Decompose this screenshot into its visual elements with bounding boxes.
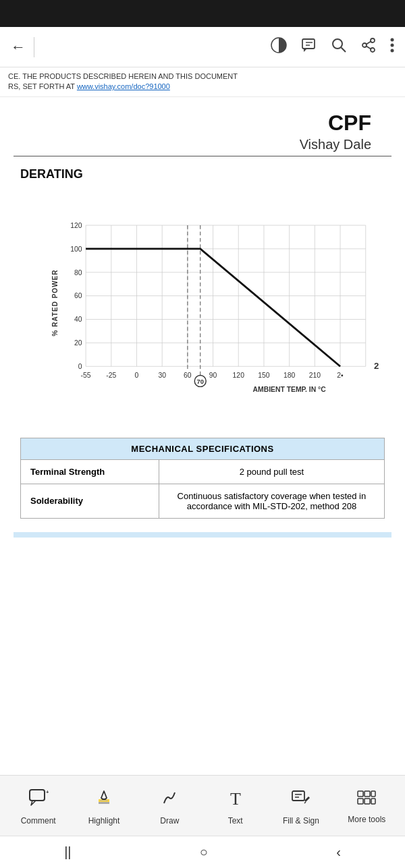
svg-rect-47 xyxy=(364,791,370,797)
svg-rect-51 xyxy=(371,799,375,804)
search-nav-icon[interactable] xyxy=(331,37,347,57)
x-tick-90: 90 xyxy=(209,372,217,379)
document-content: CPF Vishay Dale DERATING % RATED POWER xyxy=(0,97,405,538)
svg-line-45 xyxy=(304,802,306,803)
x-tick-minus25: -25 xyxy=(106,372,116,379)
svg-line-7 xyxy=(342,48,346,53)
y-tick-100: 100 xyxy=(70,245,82,252)
svg-rect-35 xyxy=(30,790,45,801)
svg-line-12 xyxy=(367,47,371,49)
fill-sign-tool[interactable]: Fill & Sign xyxy=(268,788,333,826)
value-terminal-strength: 2 pound pull test xyxy=(159,459,384,484)
text-tool[interactable]: T Text xyxy=(202,788,268,826)
highlight-tool[interactable]: Highlight xyxy=(71,788,136,826)
text-icon: T xyxy=(226,788,245,812)
back-button[interactable]: ← xyxy=(11,38,26,56)
draw-tool[interactable]: Draw xyxy=(137,788,202,826)
y-axis-label: % RATED POWER xyxy=(51,269,59,336)
more-nav-icon[interactable] xyxy=(390,37,394,57)
svg-marker-36 xyxy=(31,801,36,805)
url-text2: RS, SET FORTH AT xyxy=(8,82,77,90)
x-tick-210: 210 xyxy=(309,372,321,379)
x-tick-120: 120 xyxy=(233,372,245,379)
table-row: Solderability Continuous satisfactory co… xyxy=(21,484,385,518)
text-label: Text xyxy=(228,816,243,826)
comment-tool[interactable]: + Comment xyxy=(5,788,71,826)
x-tick-60: 60 xyxy=(184,372,192,379)
svg-marker-5 xyxy=(304,49,307,52)
svg-rect-39 xyxy=(99,802,109,804)
svg-rect-48 xyxy=(371,791,375,797)
comment-nav-icon[interactable] xyxy=(301,37,317,57)
svg-rect-49 xyxy=(358,799,363,804)
nav-divider xyxy=(34,37,34,57)
nav-bar: ← xyxy=(0,27,405,67)
table-row: Terminal Strength 2 pound pull test xyxy=(21,459,385,484)
x-axis-label: AMBIENT TEMP. IN °C xyxy=(253,386,327,393)
y-tick-120: 120 xyxy=(70,222,82,229)
chart-svg: 0 20 40 60 80 100 120 -55 -25 0 30 60 90… xyxy=(54,188,385,417)
system-nav-bar: || ○ ‹ xyxy=(0,836,405,868)
x-tick-30: 30 xyxy=(158,372,166,379)
svg-text:+: + xyxy=(46,789,49,795)
svg-point-9 xyxy=(362,43,367,47)
y-tick-0: 0 xyxy=(78,363,82,370)
annotation-2: 2 xyxy=(374,361,379,371)
recent-apps-button[interactable]: || xyxy=(51,839,84,865)
doc-title: CPF xyxy=(27,111,371,136)
bottom-toolbar: + Comment Highlight Draw T xyxy=(0,775,405,836)
svg-point-15 xyxy=(391,49,394,53)
nav-icons xyxy=(270,36,394,57)
url-link[interactable]: www.vishay.com/doc?91000 xyxy=(77,82,170,90)
reading-mode-icon[interactable] xyxy=(270,36,288,57)
draw-label: Draw xyxy=(160,816,179,826)
y-tick-20: 20 xyxy=(74,339,82,347)
derating-title: DERATING xyxy=(20,167,385,181)
value-solderability: Continuous satisfactory coverage when te… xyxy=(159,484,384,518)
svg-rect-46 xyxy=(358,791,363,797)
svg-point-14 xyxy=(391,44,394,47)
back-nav-button[interactable]: ‹ xyxy=(323,839,354,865)
x-tick-0: 0 xyxy=(135,372,139,379)
more-tools-icon xyxy=(356,790,377,811)
svg-rect-42 xyxy=(292,791,304,801)
fill-sign-label: Fill & Sign xyxy=(283,816,319,826)
home-button[interactable]: ○ xyxy=(186,839,221,865)
mechanical-specs-table: MECHANICAL SPECIFICATIONS Terminal Stren… xyxy=(20,438,385,519)
mechanical-specs-section: MECHANICAL SPECIFICATIONS Terminal Stren… xyxy=(14,424,392,532)
draw-icon xyxy=(160,788,179,812)
x-tick-230: 2▪ xyxy=(337,372,344,379)
y-tick-60: 60 xyxy=(74,292,82,299)
svg-point-6 xyxy=(333,39,342,49)
svg-rect-2 xyxy=(302,39,315,49)
comment-label: Comment xyxy=(21,816,56,826)
highlight-label: Highlight xyxy=(88,816,120,826)
fill-sign-icon xyxy=(291,788,311,812)
derating-chart: % RATED POWER xyxy=(20,188,385,417)
url-text1: CE. THE PRODUCTS DESCRIBED HEREIN AND TH… xyxy=(8,72,238,80)
y-tick-40: 40 xyxy=(74,316,82,323)
share-nav-icon[interactable] xyxy=(360,37,377,57)
svg-text:T: T xyxy=(230,789,241,807)
x-tick-150: 150 xyxy=(258,372,270,379)
highlight-icon xyxy=(94,788,113,812)
y-tick-80: 80 xyxy=(74,268,82,276)
property-terminal-strength: Terminal Strength xyxy=(21,459,159,484)
url-bar: CE. THE PRODUCTS DESCRIBED HEREIN AND TH… xyxy=(0,67,405,97)
doc-subtitle: Vishay Dale xyxy=(27,137,371,152)
svg-point-8 xyxy=(371,38,375,42)
comment-icon: + xyxy=(28,788,49,812)
more-tools-tool[interactable]: More tools xyxy=(334,790,400,824)
chart-grid-horizontal xyxy=(86,225,366,366)
x-tick-minus55: -55 xyxy=(81,372,91,379)
status-bar xyxy=(0,0,405,27)
property-solderability: Solderability xyxy=(21,484,159,518)
derating-section: DERATING % RATED POWER xyxy=(14,156,392,424)
svg-point-13 xyxy=(391,38,394,42)
table-header: MECHANICAL SPECIFICATIONS xyxy=(21,438,385,459)
svg-rect-50 xyxy=(364,799,370,804)
x-tick-180: 180 xyxy=(284,372,296,379)
svg-point-1 xyxy=(280,42,283,45)
svg-line-11 xyxy=(367,42,371,45)
annotation-70-text: 70 xyxy=(196,377,203,384)
